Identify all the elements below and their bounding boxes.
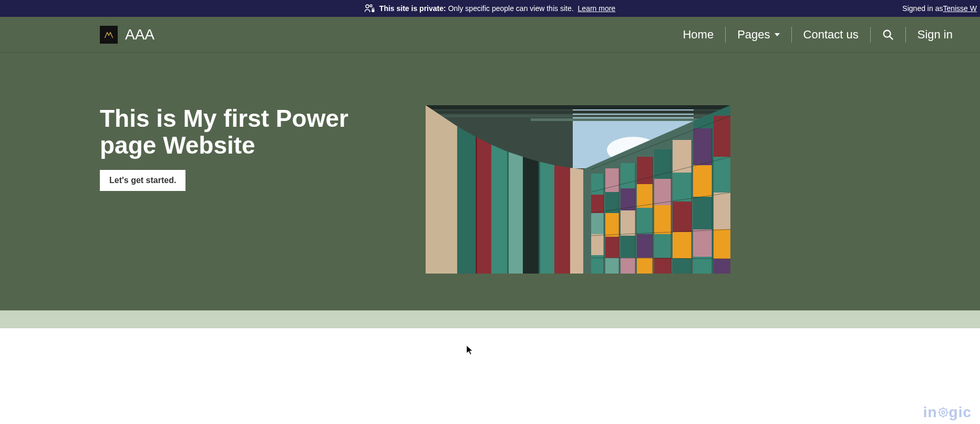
svg-rect-49: [654, 234, 671, 258]
banner-message: This site is private: Only specific peop…: [365, 4, 615, 13]
search-icon: [882, 29, 894, 41]
svg-line-4: [890, 36, 893, 39]
caret-down-icon: [775, 33, 780, 36]
svg-rect-56: [693, 128, 712, 165]
svg-rect-9: [426, 110, 730, 114]
brand[interactable]: AAA: [100, 26, 154, 44]
svg-rect-8: [426, 105, 730, 109]
svg-rect-52: [673, 173, 692, 201]
main-nav: Home Pages Contact us Sign in: [671, 26, 964, 44]
nav-pages-label: Pages: [737, 28, 770, 42]
svg-rect-38: [621, 210, 635, 236]
svg-rect-55: [673, 258, 692, 274]
svg-rect-2: [372, 9, 374, 12]
learn-more-link[interactable]: Learn more: [578, 4, 616, 13]
svg-point-0: [366, 5, 369, 8]
svg-rect-64: [714, 229, 730, 259]
svg-rect-46: [654, 149, 671, 179]
svg-rect-28: [591, 213, 604, 234]
private-site-banner: This site is private: Only specific peop…: [0, 0, 980, 17]
signed-in-status: Signed in as Tenisse W: [902, 0, 980, 17]
nav-pages[interactable]: Pages: [726, 26, 791, 44]
get-started-button[interactable]: Let's get started.: [100, 170, 185, 191]
svg-marker-21: [476, 137, 477, 274]
svg-marker-15: [491, 145, 507, 274]
svg-rect-39: [621, 236, 635, 258]
light-strip: [0, 310, 980, 328]
svg-rect-33: [605, 213, 619, 237]
svg-rect-61: [714, 116, 730, 157]
svg-rect-48: [654, 205, 671, 234]
svg-rect-44: [637, 234, 653, 258]
svg-rect-53: [673, 201, 692, 232]
nav-signin[interactable]: Sign in: [906, 26, 964, 44]
svg-point-3: [883, 30, 890, 37]
hero-title: This is My first Power page Website: [100, 105, 405, 158]
svg-rect-50: [654, 258, 671, 274]
svg-marker-23: [539, 161, 540, 274]
people-lock-icon: [365, 4, 375, 13]
svg-rect-40: [621, 258, 635, 274]
svg-rect-58: [693, 197, 712, 229]
hero-image: [426, 105, 730, 274]
hero-right: [426, 105, 730, 274]
svg-rect-45: [637, 258, 653, 274]
svg-marker-12: [426, 105, 457, 274]
svg-point-1: [370, 5, 372, 7]
nav-home[interactable]: Home: [671, 26, 725, 44]
svg-rect-57: [693, 165, 712, 197]
nav-signin-label: Sign in: [917, 28, 953, 42]
svg-rect-62: [714, 157, 730, 193]
svg-marker-22: [507, 152, 509, 274]
hero-section: This is My first Power page Website Let'…: [0, 53, 980, 310]
signed-in-prefix: Signed in as: [902, 4, 943, 13]
banner-private-prefix: This site is private:: [379, 4, 446, 13]
hero-left: This is My first Power page Website Let'…: [100, 105, 405, 191]
svg-marker-13: [457, 126, 476, 274]
svg-rect-59: [693, 229, 712, 257]
svg-rect-35: [605, 258, 619, 274]
svg-rect-60: [693, 257, 712, 274]
signed-in-user-link[interactable]: Tenisse W: [943, 4, 977, 13]
search-button[interactable]: [871, 27, 905, 43]
svg-rect-43: [637, 208, 653, 234]
svg-rect-54: [673, 232, 692, 258]
nav-contact-label: Contact us: [803, 28, 859, 42]
svg-rect-27: [591, 195, 604, 213]
svg-marker-14: [476, 137, 491, 274]
svg-rect-31: [605, 168, 619, 192]
nav-contact[interactable]: Contact us: [792, 26, 870, 44]
brand-name: AAA: [125, 26, 154, 43]
svg-rect-10: [426, 115, 730, 117]
svg-rect-65: [714, 259, 730, 274]
nav-home-label: Home: [683, 28, 714, 42]
site-header: AAA Home Pages Contact us Sign in: [0, 17, 980, 53]
svg-rect-29: [591, 234, 604, 255]
brand-logo-icon: [100, 26, 118, 44]
svg-rect-34: [605, 237, 619, 258]
svg-rect-36: [621, 163, 635, 188]
svg-marker-20: [570, 168, 583, 274]
svg-marker-19: [554, 165, 570, 274]
svg-rect-47: [654, 179, 671, 205]
svg-marker-17: [523, 157, 539, 274]
svg-marker-18: [539, 161, 554, 274]
banner-private-msg: Only specific people can view this site.: [448, 4, 574, 13]
svg-marker-16: [507, 152, 523, 274]
svg-rect-63: [714, 193, 730, 229]
svg-rect-51: [673, 140, 692, 173]
